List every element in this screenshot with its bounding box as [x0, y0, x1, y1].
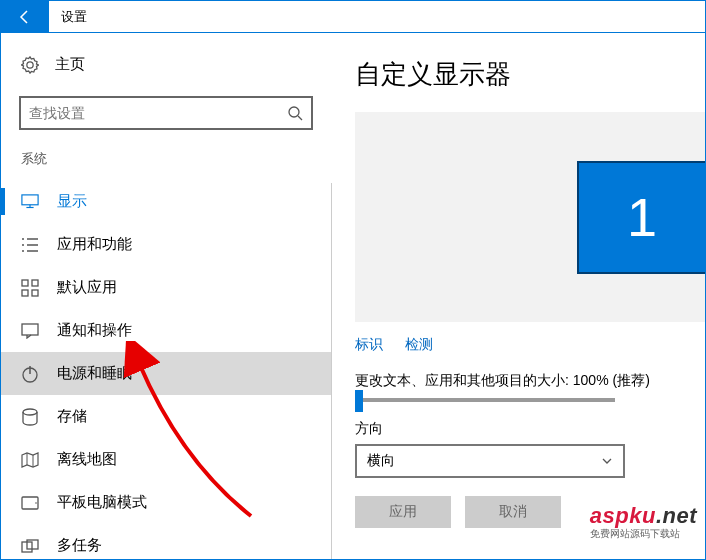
svg-rect-11: [22, 280, 28, 286]
nav-label: 多任务: [57, 536, 102, 555]
search-input-wrapper[interactable]: [19, 96, 313, 130]
svg-rect-14: [32, 290, 38, 296]
svg-rect-12: [32, 280, 38, 286]
nav-notifications[interactable]: 通知和操作: [1, 309, 331, 352]
monitor-tile[interactable]: 1: [577, 161, 705, 274]
monitor-preview[interactable]: 1: [355, 112, 705, 322]
display-icon: [21, 193, 39, 211]
power-icon: [21, 365, 39, 383]
nav-list: 显示 应用和功能 默认应用 通知和操作 电源和睡眠 存储: [1, 180, 331, 560]
window-title: 设置: [49, 1, 87, 32]
gear-icon: [21, 56, 39, 74]
nav-power-sleep[interactable]: 电源和睡眠: [1, 352, 331, 395]
multitask-icon: [21, 537, 39, 555]
nav-apps[interactable]: 应用和功能: [1, 223, 331, 266]
arrow-left-icon: [17, 9, 33, 25]
category-title: 系统: [1, 150, 331, 180]
nav-multitask[interactable]: 多任务: [1, 524, 331, 560]
nav-label: 通知和操作: [57, 321, 132, 340]
storage-icon: [21, 408, 39, 426]
nav-label: 存储: [57, 407, 87, 426]
nav-label: 离线地图: [57, 450, 117, 469]
slider-thumb[interactable]: [355, 390, 363, 412]
grid-icon: [21, 279, 39, 297]
dropdown-value: 横向: [367, 452, 395, 470]
svg-point-0: [289, 107, 299, 117]
orientation-label: 方向: [355, 420, 705, 438]
tablet-icon: [21, 494, 39, 512]
nav-display[interactable]: 显示: [1, 180, 331, 223]
back-button[interactable]: [1, 1, 49, 32]
page-title: 自定义显示器: [355, 57, 705, 92]
nav-offline-maps[interactable]: 离线地图: [1, 438, 331, 481]
svg-point-18: [23, 409, 37, 415]
svg-rect-2: [22, 195, 38, 205]
content-panel: 自定义显示器 1 标识 检测 更改文本、应用和其他项目的大小: 100% (推荐…: [331, 33, 705, 559]
nav-label: 默认应用: [57, 278, 117, 297]
nav-tablet-mode[interactable]: 平板电脑模式: [1, 481, 331, 524]
svg-rect-15: [22, 324, 38, 335]
search-icon: [287, 105, 303, 121]
svg-line-1: [298, 116, 302, 120]
display-links: 标识 检测: [355, 336, 705, 354]
divider: [331, 183, 332, 559]
orientation-dropdown[interactable]: 横向: [355, 444, 625, 478]
nav-label: 显示: [57, 192, 87, 211]
identify-link[interactable]: 标识: [355, 336, 383, 352]
apply-button[interactable]: 应用: [355, 496, 451, 528]
scale-slider[interactable]: [355, 398, 705, 402]
scale-label: 更改文本、应用和其他项目的大小: 100% (推荐): [355, 372, 705, 390]
notification-icon: [21, 322, 39, 340]
nav-label: 应用和功能: [57, 235, 132, 254]
watermark: aspku.net 免费网站源码下载站: [590, 503, 697, 541]
nav-label: 电源和睡眠: [57, 364, 132, 383]
titlebar: 设置: [1, 1, 705, 33]
nav-default-apps[interactable]: 默认应用: [1, 266, 331, 309]
nav-label: 平板电脑模式: [57, 493, 147, 512]
detect-link[interactable]: 检测: [405, 336, 433, 352]
sidebar: 主页 系统 显示 应用和功能 默认应用 通知和操作: [1, 33, 331, 559]
svg-rect-13: [22, 290, 28, 296]
list-icon: [21, 236, 39, 254]
svg-point-22: [35, 502, 37, 504]
nav-storage[interactable]: 存储: [1, 395, 331, 438]
cancel-button[interactable]: 取消: [465, 496, 561, 528]
home-label: 主页: [55, 55, 85, 74]
home-link[interactable]: 主页: [1, 49, 331, 80]
map-icon: [21, 451, 39, 469]
chevron-down-icon: [601, 455, 613, 467]
search-input[interactable]: [29, 105, 287, 121]
